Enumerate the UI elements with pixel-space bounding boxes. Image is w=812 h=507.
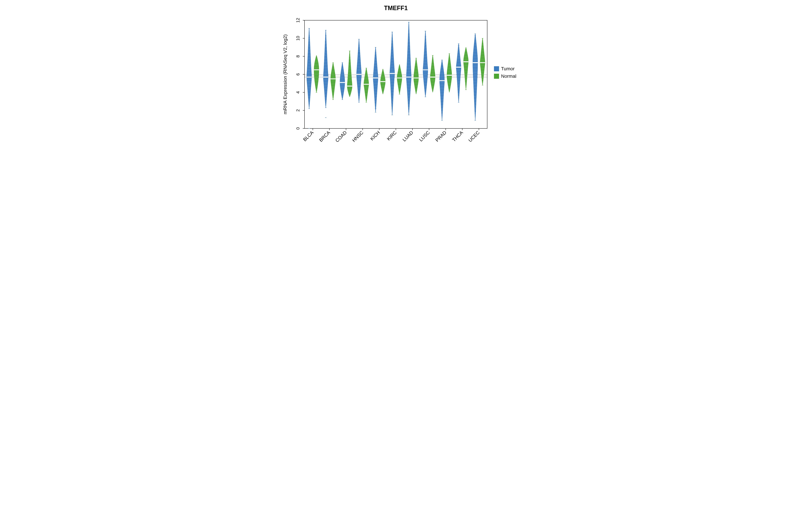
legend-label: Tumor (501, 66, 515, 71)
violin-chart: TMEFF1mRNA Expression (RNASeq V2, log2)0… (281, 0, 531, 157)
chart-title: TMEFF1 (384, 5, 408, 11)
x-tick-label: PRAD (435, 130, 448, 143)
y-tick-label: 10 (295, 36, 300, 41)
y-tick-label: 8 (295, 55, 300, 57)
x-tick-label: BRCA (318, 130, 331, 143)
y-tick-label: 0 (295, 127, 300, 130)
x-tick-label: THCA (451, 130, 464, 143)
x-tick-label: COAD (335, 130, 348, 143)
y-tick-label: 6 (295, 73, 300, 75)
x-tick-label: UCEC (467, 130, 480, 143)
legend-swatch (494, 74, 499, 79)
y-tick-label: 4 (295, 91, 300, 94)
x-tick-label: LUSC (418, 130, 431, 143)
x-tick-label: LUAD (402, 130, 414, 143)
legend-swatch (494, 66, 499, 71)
x-tick-label: KIRC (386, 130, 398, 142)
y-tick-label: 2 (295, 109, 300, 112)
y-axis-label: mRNA Expression (RNASeq V2, log2) (283, 34, 288, 114)
x-tick-label: HNSC (351, 130, 364, 143)
x-tick-label: KICH (369, 130, 381, 142)
y-tick-label: 12 (295, 18, 300, 23)
x-tick-label: BLCA (302, 130, 315, 142)
legend-label: Normal (501, 73, 516, 79)
